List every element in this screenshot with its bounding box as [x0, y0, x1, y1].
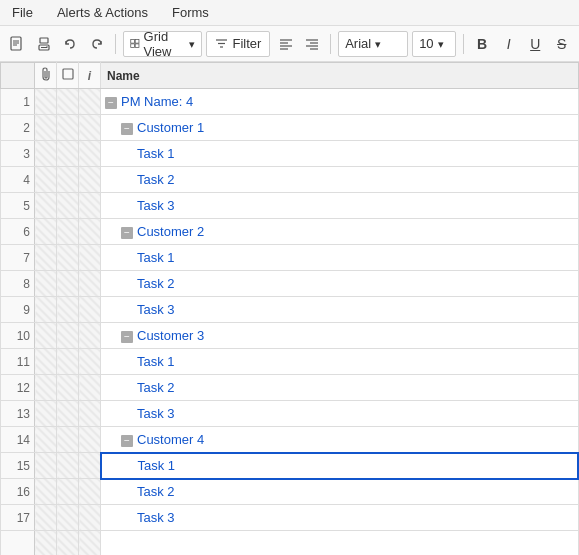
customer-toggle[interactable]: − — [121, 227, 133, 239]
row-number-cell: 1 — [1, 89, 35, 115]
menu-bar: File Alerts & Actions Forms — [0, 0, 579, 26]
attach-cell — [35, 401, 57, 427]
name-cell[interactable]: Task 2 — [101, 479, 579, 505]
name-cell[interactable]: −Customer 4 — [101, 427, 579, 453]
name-cell[interactable]: Task 3 — [101, 401, 579, 427]
info-cell — [79, 401, 101, 427]
name-cell[interactable]: −PM Name: 4 — [101, 89, 579, 115]
attach-cell — [35, 193, 57, 219]
name-cell[interactable]: −Customer 2 — [101, 219, 579, 245]
check-cell — [57, 427, 79, 453]
menu-forms[interactable]: Forms — [168, 3, 213, 22]
strikethrough-button[interactable]: S — [550, 31, 573, 57]
customer-toggle[interactable]: − — [121, 331, 133, 343]
attach-cell — [35, 479, 57, 505]
attach-cell — [35, 323, 57, 349]
font-name-dropdown[interactable]: Arial — [338, 31, 408, 57]
name-cell[interactable]: Task 2 — [101, 167, 579, 193]
row-number-cell: 4 — [1, 167, 35, 193]
info-cell — [79, 349, 101, 375]
info-cell — [79, 271, 101, 297]
name-cell[interactable] — [101, 531, 579, 556]
check-cell — [57, 375, 79, 401]
name-cell[interactable]: −Customer 3 — [101, 323, 579, 349]
svg-rect-11 — [135, 44, 139, 48]
row-number-cell: 13 — [1, 401, 35, 427]
table-row: 12Task 2 — [1, 375, 579, 401]
font-size-label: 10 — [419, 36, 433, 51]
attach-cell — [35, 349, 57, 375]
name-cell[interactable]: Task 1 — [101, 245, 579, 271]
info-cell — [79, 89, 101, 115]
check-cell — [57, 89, 79, 115]
new-sheet-button[interactable] — [6, 31, 29, 57]
customer-toggle[interactable]: − — [121, 123, 133, 135]
name-cell[interactable]: Task 2 — [101, 271, 579, 297]
check-cell — [57, 271, 79, 297]
table-row: 16Task 2 — [1, 479, 579, 505]
svg-rect-5 — [40, 38, 48, 43]
row-number-cell: 16 — [1, 479, 35, 505]
align-left-button[interactable] — [274, 31, 297, 57]
row-number-cell: 14 — [1, 427, 35, 453]
name-cell[interactable]: Task 2 — [101, 375, 579, 401]
menu-alerts-actions[interactable]: Alerts & Actions — [53, 3, 152, 22]
name-cell[interactable]: Task 3 — [101, 505, 579, 531]
svg-rect-8 — [131, 39, 135, 43]
menu-file[interactable]: File — [8, 3, 37, 22]
check-cell — [57, 115, 79, 141]
name-cell[interactable]: −Customer 1 — [101, 115, 579, 141]
table-row — [1, 531, 579, 556]
toolbar-sep-2 — [330, 34, 331, 54]
attach-cell — [35, 427, 57, 453]
name-cell[interactable]: Task 1 — [101, 349, 579, 375]
grid-table: i Name 1−PM Name: 42−Customer 13Task 14T… — [0, 62, 579, 555]
redo-button[interactable] — [86, 31, 109, 57]
toolbar: Grid View Filter Arial 10 B I U S — [0, 26, 579, 62]
filter-button[interactable]: Filter — [206, 31, 270, 57]
attach-cell — [35, 297, 57, 323]
grid-view-dropdown[interactable]: Grid View — [123, 31, 203, 57]
check-cell — [57, 323, 79, 349]
table-row: 2−Customer 1 — [1, 115, 579, 141]
check-cell — [57, 141, 79, 167]
grid-view-chevron — [189, 36, 195, 51]
grid-view-label: Grid View — [144, 29, 186, 59]
name-cell[interactable]: Task 3 — [101, 297, 579, 323]
name-cell[interactable]: Task 1 — [101, 141, 579, 167]
group-toggle[interactable]: − — [105, 97, 117, 109]
font-name-label: Arial — [345, 36, 371, 51]
info-cell — [79, 323, 101, 349]
info-cell — [79, 427, 101, 453]
italic-button[interactable]: I — [497, 31, 520, 57]
bold-button[interactable]: B — [471, 31, 494, 57]
font-size-dropdown[interactable]: 10 — [412, 31, 456, 57]
grid-container: i Name 1−PM Name: 42−Customer 13Task 14T… — [0, 62, 579, 555]
check-cell — [57, 297, 79, 323]
info-cell — [79, 375, 101, 401]
table-row: 3Task 1 — [1, 141, 579, 167]
col-header-attach — [35, 63, 57, 89]
check-cell — [57, 401, 79, 427]
name-cell[interactable]: Task 1 — [101, 453, 579, 479]
row-number-cell: 3 — [1, 141, 35, 167]
underline-button[interactable]: U — [524, 31, 547, 57]
align-right-button[interactable] — [301, 31, 324, 57]
check-cell — [57, 531, 79, 556]
customer-toggle[interactable]: − — [121, 435, 133, 447]
filter-label: Filter — [232, 36, 261, 51]
check-cell — [57, 167, 79, 193]
undo-button[interactable] — [59, 31, 82, 57]
check-cell — [57, 505, 79, 531]
svg-point-7 — [46, 46, 48, 48]
table-row: 11Task 1 — [1, 349, 579, 375]
attach-cell — [35, 505, 57, 531]
table-row: 8Task 2 — [1, 271, 579, 297]
table-row: 5Task 3 — [1, 193, 579, 219]
row-number-cell: 5 — [1, 193, 35, 219]
print-button[interactable] — [33, 31, 56, 57]
row-number-cell: 2 — [1, 115, 35, 141]
col-header-check — [57, 63, 79, 89]
info-cell — [79, 245, 101, 271]
name-cell[interactable]: Task 3 — [101, 193, 579, 219]
